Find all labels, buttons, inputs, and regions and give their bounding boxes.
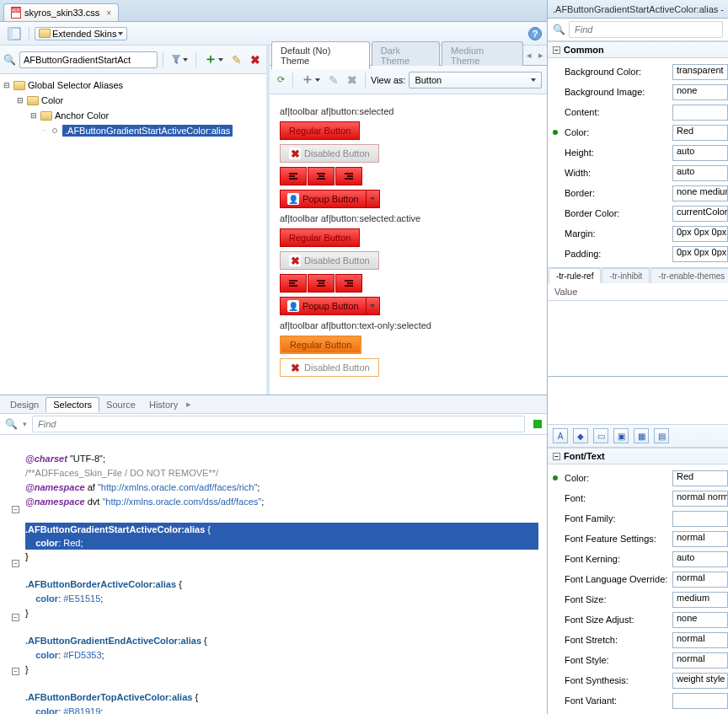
preview-regular-button[interactable]: Regular Button (280, 121, 360, 140)
scroll-right-button[interactable]: ▸ (535, 47, 547, 64)
cat-icon-6[interactable]: ▤ (654, 428, 669, 443)
add-button[interactable]: ＋ (201, 48, 226, 71)
prop-font[interactable]: normal normal (672, 491, 728, 507)
prop-font-variant[interactable] (672, 693, 728, 709)
tab-tr-rule-ref[interactable]: -tr-rule-ref (549, 268, 601, 283)
cat-icon-2[interactable]: ◆ (573, 428, 588, 443)
folder-icon (39, 29, 51, 38)
prop-height[interactable]: auto (672, 145, 728, 161)
tab-design[interactable]: Design (3, 398, 46, 411)
cat-icon-4[interactable]: ▣ (613, 428, 629, 443)
tab-default-theme[interactable]: Default (No) Theme (271, 41, 370, 69)
cat-icon-1[interactable]: A (553, 428, 568, 443)
prop-content[interactable] (672, 105, 728, 121)
prop-font-family[interactable] (672, 511, 728, 527)
value-list[interactable] (548, 301, 728, 377)
preview-body: af|toolbar af|button:selected Regular Bu… (270, 94, 547, 395)
properties-find-input[interactable] (569, 21, 723, 38)
preview-popup-button[interactable]: 👤Popup Button (280, 297, 537, 315)
search-icon: 🔍 (3, 54, 16, 66)
preview-disabled-button: ✖Disabled Button (280, 144, 379, 163)
prop-border-color[interactable]: currentColor currentColor (672, 206, 728, 222)
collapse-icon[interactable]: − (553, 453, 560, 460)
prop-bgimage[interactable]: none (672, 84, 728, 100)
funnel-icon (171, 55, 181, 65)
value-column-header: Value (548, 283, 728, 301)
delete-button[interactable]: ✖ (248, 51, 263, 69)
prop-font-color[interactable]: Red (672, 470, 728, 486)
prop-font-lang[interactable]: normal (672, 572, 728, 588)
folder-icon (13, 81, 25, 90)
prop-margin[interactable]: 0px 0px 0px 0px (672, 226, 728, 242)
tab-source[interactable]: Source (99, 398, 142, 411)
preview-align-group[interactable] (280, 167, 537, 185)
x-icon: ✖ (250, 53, 260, 67)
prop-font-size-adjust[interactable]: none (672, 612, 728, 628)
preview-align-group[interactable] (280, 274, 537, 293)
tree-node-selected[interactable]: .AFButtonGradientStartActiveColor:alias (62, 125, 233, 137)
file-tab-label: skyros_skin33.css (24, 8, 99, 18)
add-preview-button[interactable]: ＋ (298, 68, 323, 91)
cat-icon-5[interactable]: ▦ (634, 428, 649, 443)
prop-color[interactable]: Red (672, 125, 728, 141)
tab-history[interactable]: History (142, 398, 185, 411)
file-tab[interactable]: skyros_skin33.css × (3, 3, 119, 21)
preview-regular-button[interactable]: Regular Button (280, 336, 361, 354)
leaf-icon (52, 128, 57, 133)
prop-font-synthesis[interactable]: weight style (672, 673, 728, 689)
tab-selectors[interactable]: Selectors (46, 397, 99, 412)
preview-regular-button[interactable]: Regular Button (280, 228, 360, 247)
folder-icon (27, 96, 39, 105)
prop-width[interactable]: auto (672, 165, 728, 181)
viewas-select[interactable]: Button (409, 72, 542, 89)
refresh-button[interactable]: ⟳ (275, 72, 287, 88)
selector-search-input[interactable] (19, 51, 158, 68)
prop-font-size[interactable]: medium (672, 592, 728, 608)
close-icon[interactable]: × (106, 8, 111, 18)
properties-title: .AFButtonGradientStartActiveColor:alias … (548, 0, 728, 19)
file-tab-bar: skyros_skin33.css × (0, 0, 547, 22)
fold-icon[interactable]: − (12, 668, 19, 675)
cat-icon-3[interactable]: ▭ (593, 428, 608, 443)
prop-font-kerning[interactable]: auto (672, 551, 728, 567)
css-file-icon (11, 7, 21, 19)
section-common[interactable]: − Common (548, 41, 728, 58)
preview-popup-button[interactable]: 👤Popup Button (280, 190, 537, 208)
fold-icon[interactable]: − (12, 506, 19, 513)
tab-overflow-icon[interactable]: ▸ (186, 399, 191, 410)
scroll-left-button[interactable]: ◂ (523, 47, 535, 64)
source-editor[interactable]: @charset "UTF-8"; /**ADFFaces_Skin_File … (0, 435, 547, 714)
source-toolbar: 🔍 ▾ (0, 414, 547, 435)
delete-preview-button[interactable]: ✖ (345, 71, 360, 89)
chevron-down-icon (370, 304, 375, 308)
x-icon: ✖ (289, 255, 301, 266)
twisty-icon[interactable]: ⊟ (29, 111, 38, 121)
filter-button[interactable] (169, 52, 190, 67)
source-find-input[interactable] (32, 416, 525, 432)
selector-tree[interactable]: ⊟ Global Selector Aliases ⊟ Color ⊟ Anch… (0, 74, 266, 395)
refresh-icon: ⟳ (277, 74, 285, 85)
plus-icon: ＋ (301, 71, 314, 89)
x-icon: ✖ (289, 362, 301, 373)
prop-bgcolor[interactable]: transparent (672, 64, 728, 80)
tree-toolbar: 🔍 ＋ ✎ ✖ (0, 46, 266, 74)
prop-border[interactable]: none medium currentColor (672, 185, 728, 201)
prop-font-feature[interactable]: normal (672, 531, 728, 547)
edit-button[interactable]: ✎ (229, 51, 244, 69)
collapse-icon[interactable]: − (553, 46, 560, 54)
section-font-text[interactable]: − Font/Text (548, 448, 728, 464)
prop-font-stretch[interactable]: normal (672, 632, 728, 648)
fold-icon[interactable]: − (12, 614, 19, 621)
fold-icon[interactable]: − (12, 560, 19, 567)
edit-preview-button[interactable]: ✎ (326, 71, 341, 89)
prop-padding[interactable]: 0px 0px 0px 0px (672, 246, 728, 262)
toggle-tree-button[interactable] (5, 24, 24, 43)
prop-font-style[interactable]: normal (672, 652, 728, 668)
tab-tr-inhibit[interactable]: -tr-inhibit (602, 268, 650, 283)
tab-tr-enable-themes[interactable]: -tr-enable-themes (650, 268, 728, 283)
twisty-icon[interactable]: ⊟ (15, 96, 24, 105)
help-icon[interactable]: ? (528, 27, 542, 40)
twisty-icon[interactable]: ⊟ (2, 81, 11, 90)
extended-skins-dropdown[interactable]: Extended Skins (35, 27, 127, 40)
selector-label: af|toolbar af|button:selected:active (280, 213, 537, 223)
